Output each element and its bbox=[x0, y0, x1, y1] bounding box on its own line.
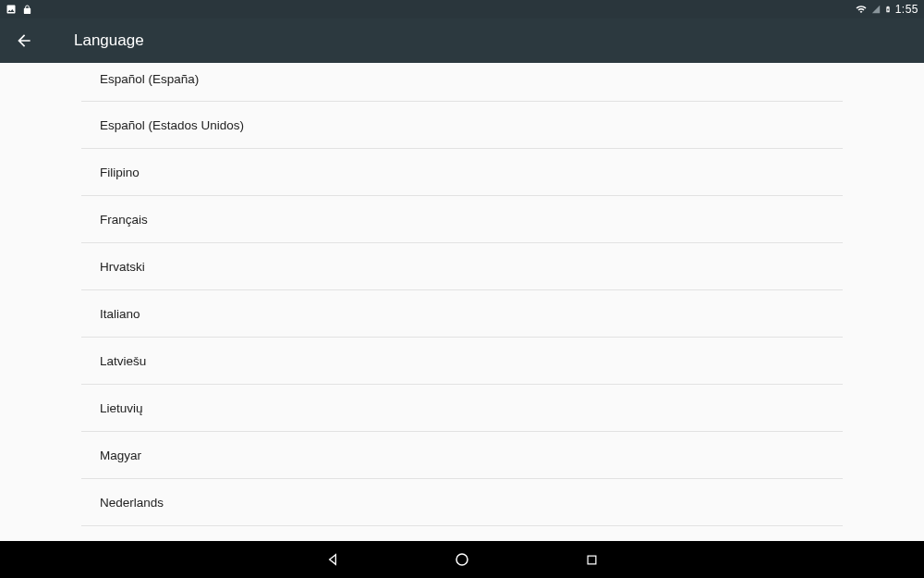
language-label: Lietuvių bbox=[100, 401, 143, 415]
page-title: Language bbox=[74, 31, 144, 50]
circle-home-icon bbox=[454, 551, 470, 568]
language-item[interactable]: Español (Estados Unidos) bbox=[81, 102, 843, 149]
image-icon bbox=[6, 4, 17, 15]
svg-rect-1 bbox=[588, 556, 596, 564]
language-item[interactable]: Nederlands bbox=[81, 479, 843, 526]
svg-point-0 bbox=[456, 554, 468, 565]
back-button[interactable] bbox=[15, 31, 59, 50]
language-label: Français bbox=[100, 213, 148, 227]
language-item[interactable]: Latviešu bbox=[81, 338, 843, 385]
language-label: Español (España) bbox=[100, 72, 199, 86]
language-item[interactable]: Lietuvių bbox=[81, 385, 843, 432]
navigation-bar bbox=[0, 541, 924, 578]
battery-charging-icon bbox=[884, 4, 892, 15]
nav-recent-button[interactable] bbox=[582, 550, 601, 569]
language-item[interactable]: Hrvatski bbox=[81, 243, 843, 290]
language-label: Magyar bbox=[100, 449, 141, 462]
language-item[interactable]: Magyar bbox=[81, 432, 843, 479]
nav-home-button[interactable] bbox=[453, 550, 471, 569]
app-bar: Language bbox=[0, 18, 924, 63]
triangle-back-icon bbox=[325, 552, 340, 567]
arrow-back-icon bbox=[15, 31, 33, 50]
content-area: Español (España) Español (Estados Unidos… bbox=[0, 63, 924, 541]
language-label: Hrvatski bbox=[100, 260, 145, 274]
language-label: Italiano bbox=[100, 307, 140, 321]
language-label: Español (Estados Unidos) bbox=[100, 118, 244, 132]
status-left bbox=[6, 4, 32, 15]
square-recent-icon bbox=[585, 553, 599, 567]
lock-icon bbox=[22, 5, 32, 15]
language-item[interactable]: Italiano bbox=[81, 290, 843, 338]
signal-icon bbox=[871, 5, 881, 14]
language-label: Filipino bbox=[100, 166, 140, 179]
status-right: 1:55 bbox=[855, 3, 918, 16]
language-item[interactable]: Español (España) bbox=[81, 63, 843, 102]
status-bar: 1:55 bbox=[0, 0, 924, 18]
language-label: Nederlands bbox=[100, 496, 164, 510]
nav-back-button[interactable] bbox=[323, 550, 342, 569]
language-item[interactable]: Filipino bbox=[81, 149, 843, 196]
language-item[interactable]: Français bbox=[81, 196, 843, 243]
wifi-icon bbox=[855, 4, 868, 15]
language-list: Español (España) Español (Estados Unidos… bbox=[81, 63, 843, 526]
language-label: Latviešu bbox=[100, 354, 146, 368]
status-time: 1:55 bbox=[895, 3, 918, 16]
